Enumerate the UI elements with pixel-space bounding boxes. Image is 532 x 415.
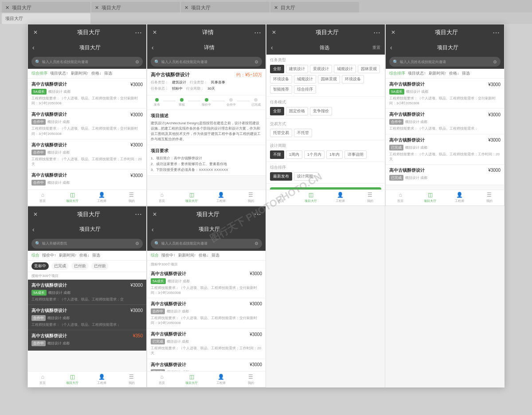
panel6-filter-3[interactable]: 刷新时间↑ [178,253,196,258]
panel2-more[interactable]: ⋯ [254,28,261,37]
panel2-search-input[interactable]: 🔍 输入人员姓名或技能定向邀请 ⚙ [151,57,262,67]
nav-engineer-3[interactable]: 👤 工程师 [326,192,356,203]
panel4-search-input[interactable]: 🔍 输入人员姓名或技能定向邀请 ⚙ [389,57,501,67]
panel5-filter-1[interactable]: 综合 [31,253,39,258]
panel5-filter-3[interactable]: 刷新时间↑ [59,253,77,258]
filter-mode-bid[interactable]: 竞争报价 [310,107,332,115]
nav-engineer-2[interactable]: 👤 工程师 [207,192,236,203]
nav-mine-3[interactable]: ☰ 我的 [355,192,385,203]
panel4-card-2[interactable]: 高中古镇酥饼设计 ¥3000 合作中 概括设计 成都 工程师技能要求：（个人进项… [386,109,504,134]
panel1-more[interactable]: ⋯ [135,28,142,37]
dark-card-2[interactable]: 高中古镇酥饼设计 ¥3000 合作中 概括设计 成都 工程师技能要求：（个人进项… [28,305,146,330]
bg-tab-4[interactable]: ✕ 目大厅 [270,2,359,13]
bg-tab-2[interactable]: ✕ 项目大厅 [91,2,180,13]
filter4-item-3[interactable]: 刷新时间↑ [429,71,447,76]
nav-project-hall-2[interactable]: ◫ 项目大厅 [177,192,207,203]
filter-trans-noescrow[interactable]: 不托管 [294,129,312,137]
filter-item-综合[interactable]: 综合排序 [31,71,47,76]
sub-tab-1[interactable]: 项目大厅 [2,13,90,24]
panel4-more[interactable]: ⋯ [493,28,500,37]
nav-engineer-4[interactable]: 👤 工程师 [445,192,475,203]
panel6-filter-2[interactable]: 报价中↑ [161,253,176,258]
nav-project-5[interactable]: ◫ 项目大厅 [58,374,87,385]
filter-period-year[interactable]: 1年内 [326,150,343,159]
panel4-close[interactable]: ✕ [390,29,396,36]
panel6-card-2[interactable]: 高中古镇酥饼设计 ¥3000 合作中 概括设计 成都 工程师技能要求：（个人进项… [147,298,266,328]
filter-opt-arch[interactable]: 建筑设计 [286,65,308,73]
nav-home-3[interactable]: ⌂ 首页 [266,192,296,203]
project-card[interactable]: 高中古镇酥饼设计 ¥3000 合作中 概括设计 成都 [28,170,146,189]
filter-period-month[interactable]: 1个月内 [304,150,325,159]
filter-opt-env[interactable]: 环境设备 [270,75,292,83]
panel5-filter-2[interactable]: 报价中↑ [42,253,56,258]
panel1-close[interactable]: ✕ [32,29,39,36]
filter-mode-all[interactable]: 全部 [270,107,284,115]
nav-mine-6[interactable]: ☰ 我的 [236,374,266,385]
nav-engineer[interactable]: 👤 工程师 [87,192,117,203]
filter-item-状态[interactable]: 项目状态↑ [50,71,68,76]
filter4-item-5[interactable]: 筛选 [462,71,470,76]
panel2-back[interactable]: ‹ [152,44,154,51]
status-tab-paid[interactable]: 已付款 [71,262,89,270]
nav-mine-4[interactable]: ☰ 我的 [474,192,504,203]
panel5-filter-5[interactable]: 筛选 [92,253,100,258]
nav-project-hall[interactable]: ◫ 项目大厅 [58,192,87,203]
dark-card-1[interactable]: 高中古镇酥饼设计 ¥3000 5A成长 概括设计 成都 工程师技能要求：（个人进… [28,280,146,305]
filter-period-detail[interactable]: 详事说明 [344,150,367,159]
panel5-search-input[interactable]: 🔍 输入关键词查找 ⚙ [31,239,143,249]
panel3-back[interactable]: ‹ [271,44,273,51]
nav-home-4[interactable]: ⌂ 首页 [386,192,415,203]
nav-home-6[interactable]: ⌂ 首页 [147,374,177,385]
panel3-more[interactable]: ⋯ [373,28,380,37]
project-card[interactable]: 高中古镇酥饼设计 ¥3000 合作中 概括设计 成都 工程师技能要求：（个人进项… [28,139,146,170]
filter-opt-garden[interactable]: 园林景观 [358,65,380,73]
filter-item-价格[interactable]: 价格↓ [91,71,102,76]
nav-mine-2[interactable]: ☰ 我的 [236,192,266,203]
status-tab-done[interactable]: 已完成 [51,262,69,270]
panel4-card-3[interactable]: 高中古镇酥饼设计 ¥3000 已完成 概括设计 成都 工程师技能要求：（个人进项… [386,134,504,165]
status-tab-bidding[interactable]: 竞标中 [31,262,49,270]
nav-home-5[interactable]: ⌂ 首页 [28,374,58,385]
panel6-filter-4[interactable]: 价格↓ [199,253,209,258]
filter-opt-rank[interactable]: 综合排序 [294,85,316,94]
filter-opt-land[interactable]: 景观设计 [310,65,332,73]
panel6-card-4[interactable]: 高中古镇酥饼设计 ¥3000 已付款 概括设计 成都 [147,359,266,371]
nav-project-6[interactable]: ◫ 项目大厅 [177,374,207,385]
filter-period-week[interactable]: 1周内 [286,150,302,159]
panel6-back[interactable]: ‹ [152,226,154,233]
panel4-card-1[interactable]: 高中古镇酥饼设计 ¥3000 5A成长 概括设计 成都 工程师技能要求：（个人进… [386,79,504,109]
status-tab-paid2[interactable]: 已付款 [91,262,109,270]
filter-trans-escrow[interactable]: 托管交易 [270,129,292,137]
filter-opt-urban[interactable]: 城规设计 [334,65,356,73]
nav-engineer-5[interactable]: 👤 工程师 [87,374,117,385]
panel6-close[interactable]: ✕ [152,211,158,217]
panel3-close[interactable]: ✕ [271,29,277,36]
project-card[interactable]: 高中古镇酥饼设计 ¥3000 合作中 概括设计 成都 工程师技能要求：（个人进项… [28,109,146,139]
project-card[interactable]: 高中古镇酥饼设计 ¥3000 5A成长 概括设计 成都 工程师技能要求：（个人进… [28,79,146,109]
bg-tab-3[interactable]: ✕ 项目大厅 [181,2,270,13]
nav-home-2[interactable]: ⌂ 首页 [147,192,177,203]
nav-project-3[interactable]: ◫ 项目大厅 [296,192,326,203]
panel4-back[interactable]: ‹ [390,44,392,51]
panel5-more[interactable]: ⋯ [135,210,142,218]
panel5-filter-4[interactable]: 价格↓ [79,253,90,258]
nav-mine[interactable]: ☰ 我的 [117,192,146,203]
filter-period-all[interactable]: 不限 [270,150,284,159]
panel2-close[interactable]: ✕ [152,29,158,36]
panel6-card-1[interactable]: 高中古镇酥饼设计 ¥3000 5A成长 概括设计 成都 工程师技能要求：（个人进… [147,268,266,298]
panel5-back[interactable]: ‹ [32,226,35,233]
panel1-search-input[interactable]: 🔍 输入人员姓名或技能定向邀请 ⚙ [31,57,143,67]
panel3-reset[interactable]: 重置 [372,45,380,51]
filter-sort-new[interactable]: 最新发布 [270,172,292,181]
bg-tab-1[interactable]: ✕ 项目大厅 [2,2,90,13]
filter4-item-1[interactable]: 综合排序 [389,71,405,76]
nav-engineer-6[interactable]: 👤 工程师 [207,374,236,385]
panel6-more[interactable]: ⋯ [254,210,261,218]
filter-item-时间[interactable]: 刷新时间↑ [71,71,89,76]
panel5-close[interactable]: ✕ [32,211,39,217]
filter-mode-fixed[interactable]: 固定价格 [286,107,308,115]
nav-project-4[interactable]: ◫ 项目大厅 [415,192,445,203]
filter-opt-env2[interactable]: 环境设备 [342,75,364,83]
panel6-filter-1[interactable]: 综合 [151,253,159,258]
panel4-card-4[interactable]: 高中古镇酥饼设计 ¥3000 已完成 概括设计 成都 [386,165,504,185]
